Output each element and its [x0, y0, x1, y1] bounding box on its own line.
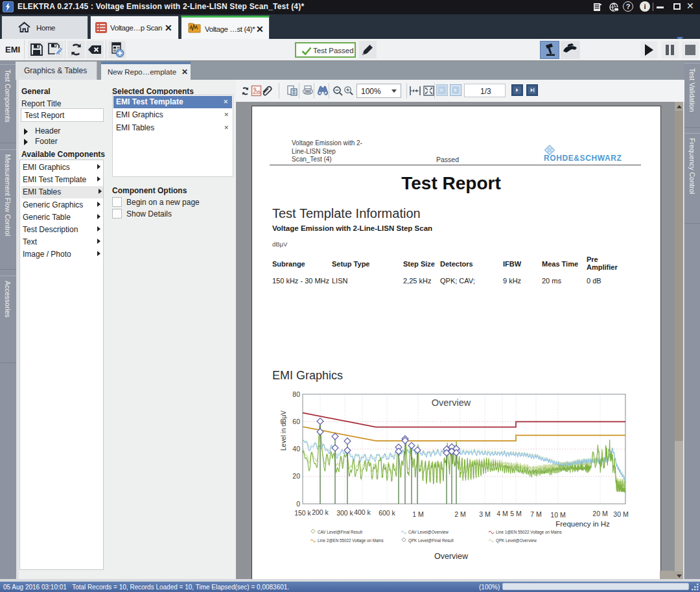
svg-text:30 M: 30 M [613, 510, 628, 518]
svg-text:2 M: 2 M [454, 510, 466, 518]
svg-text:150 k: 150 k [294, 509, 311, 517]
svg-text:20 M: 20 M [592, 510, 607, 517]
svg-text:CAV Level@Overview: CAV Level@Overview [408, 530, 449, 534]
svg-text:Overview: Overview [432, 397, 471, 408]
svg-text:ROHDE&SCHWARZ: ROHDE&SCHWARZ [544, 154, 622, 163]
svg-text:3 M: 3 M [479, 510, 491, 518]
svg-text:Level in dBµV: Level in dBµV [280, 410, 287, 451]
svg-text:600 k: 600 k [379, 509, 395, 517]
svg-text:400 k: 400 k [354, 508, 371, 516]
svg-text:Line 2@EN 55022 Voltage on Mai: Line 2@EN 55022 Voltage on Mains [318, 538, 384, 543]
svg-text:300 k: 300 k [336, 509, 353, 517]
svg-text:QPK Level@Final Result: QPK Level@Final Result [408, 538, 454, 543]
svg-text:7 M: 7 M [530, 510, 542, 518]
svg-text:80: 80 [292, 390, 300, 398]
svg-text:20: 20 [292, 472, 300, 480]
svg-text:QPK Level@Overview: QPK Level@Overview [496, 538, 537, 543]
svg-text:60: 60 [292, 418, 300, 425]
svg-text:10 M: 10 M [550, 511, 565, 519]
svg-text:Overview: Overview [434, 552, 469, 561]
svg-text:1 M: 1 M [412, 510, 424, 518]
svg-text:4 M: 4 M [496, 510, 508, 517]
svg-text:0: 0 [296, 500, 300, 508]
svg-text:40: 40 [292, 445, 300, 453]
svg-text:5 M: 5 M [510, 510, 522, 517]
svg-text:Frequency in Hz: Frequency in Hz [555, 520, 610, 528]
svg-text:200 k: 200 k [312, 508, 329, 516]
svg-text:Line 1@EN 55022 Voltage on Mai: Line 1@EN 55022 Voltage on Mains [496, 530, 562, 535]
svg-text:CAV Level@Final Result: CAV Level@Final Result [318, 530, 362, 534]
